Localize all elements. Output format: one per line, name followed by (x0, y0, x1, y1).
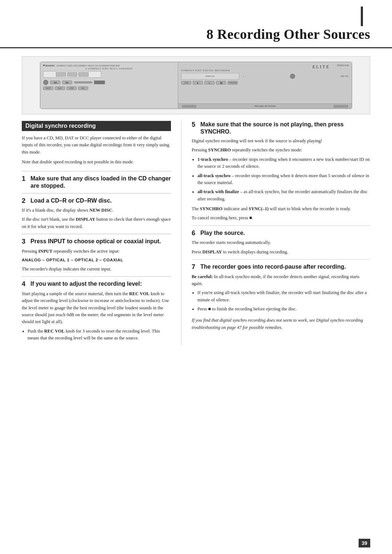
step-6-body: The recorder starts recording automatica… (192, 239, 370, 256)
step-1: 1 Make sure that any discs loaded in the… (22, 171, 171, 190)
step-4-header: 4 If you want to adjust the recording le… (22, 280, 171, 288)
note-text: Note that double speed recording is not … (22, 159, 171, 166)
step-4-body: Start playing a sample of the source mat… (22, 290, 171, 342)
page-title: 8 Recording Other Sources (22, 26, 370, 42)
step-3-code-note: The recorder's display indicates the cur… (22, 266, 171, 273)
device-left-panel: Pioneer COMPACT DISC RECORDER / MULTI-CD… (40, 62, 178, 109)
model-text: COMPACT DISC RECORDER / MULTI-CD CHANGER… (57, 65, 120, 67)
step-1-number: 1 (22, 175, 28, 183)
btn-d: REC (78, 86, 88, 90)
changer-display (43, 71, 101, 78)
step-1-title: Make sure that any discs loaded in the C… (30, 175, 171, 190)
step-7: 7 The recorder goes into record-pause af… (192, 263, 370, 331)
step-3-body: Pressing INPUT repeatedly switches the a… (22, 248, 171, 273)
step-6-header: 6 Play the source. (192, 229, 370, 237)
step-1-header: 1 Make sure that any discs loaded in the… (22, 175, 171, 190)
step-3-code: ANALOG – OPTICAL 1 – OPTICAL 2 – COAXIAL (22, 257, 171, 264)
hi-bit-text: Hi-bit Legato Link Conversion (254, 105, 275, 107)
step-5-number: 5 (192, 121, 198, 129)
right-column: 5 Make sure that the source is not playi… (181, 121, 370, 346)
open-close-btn: OPEN/CLOSE (337, 64, 349, 66)
main-content: Digital synchro recording If you have a … (0, 121, 392, 346)
step-7-number: 7 (192, 263, 198, 271)
step-4-title: If you want to adjust the recording leve… (30, 280, 142, 288)
play-btn: ▶ (193, 81, 203, 85)
step-7-header: 7 The recorder goes into record-pause af… (192, 263, 370, 271)
step-5-header: 5 Make sure that the source is not playi… (192, 121, 370, 135)
step-3-header: 3 Press INPUT to choose optical or coaxi… (22, 238, 171, 246)
step-3-number: 3 (22, 238, 28, 246)
btn-a: INPUT (43, 86, 53, 90)
step-7-title: The recorder goes into record-pause afte… (200, 263, 346, 270)
step-3-title: Press INPUT to choose optical or coaxial… (30, 238, 161, 245)
italic-note: If you find that digital synchro recordi… (192, 317, 370, 331)
step-6-number: 6 (192, 229, 198, 237)
step-5-title: Make sure that the source is not playing… (200, 121, 370, 135)
device-right-panel: ELITE OPEN/CLOSE COMPACT DISC DIGITAL RE… (178, 62, 352, 109)
brand-text: Pioneer (43, 64, 55, 67)
page-number: 39 (359, 539, 370, 547)
page-header: 8 Recording Other Sources (0, 0, 392, 48)
bottom-btn-r (334, 105, 348, 108)
changer-label: 3·COMPACT DISC MULTI CHANGER (43, 68, 175, 70)
transport-controls: ◀◀ ▶▶ (43, 80, 175, 85)
step-4-number: 4 (22, 280, 28, 288)
left-column: Digital synchro recording If you have a … (22, 121, 181, 346)
header-bar (361, 7, 363, 26)
step-5-body: Digital synchro recording will not work … (192, 138, 370, 222)
right-divider-1 (192, 225, 370, 226)
step-2-header: 2 Load a CD–R or CD–RW disc. (22, 197, 171, 205)
rec-vol-knob (290, 74, 295, 79)
intro-text-1: If you have a CD, MD, DAT or DCC player … (22, 135, 171, 156)
step-3: 3 Press INPUT to choose optical or coaxi… (22, 234, 171, 273)
step-2-title: Load a CD–R or CD–RW disc. (30, 197, 112, 204)
pause-btn: ▐▐ (216, 81, 226, 85)
step-4: 4 If you want to adjust the recording le… (22, 276, 171, 342)
bottom-btn-l (182, 105, 196, 108)
stop-btn: ■ (204, 81, 215, 85)
step-6-line1: The recorder starts recording automatica… (192, 239, 370, 246)
transport-btn-3: ▶▶ (62, 81, 72, 84)
step-2: 2 Load a CD–R or CD–RW disc. If it's a b… (22, 193, 171, 231)
section-heading: Digital synchro recording (22, 121, 171, 131)
transport-btn-2: ◀◀ (50, 81, 60, 84)
right-divider-2 (192, 259, 370, 260)
device-mock: Pioneer COMPACT DISC RECORDER / MULTI-CD… (40, 62, 352, 109)
step-6-title: Play the source. (200, 229, 245, 237)
step-2-number: 2 (22, 197, 28, 205)
step-2-body: If it's a blank disc, the display shows … (22, 207, 171, 230)
device-image: Pioneer COMPACT DISC RECORDER / MULTI-CD… (22, 56, 370, 114)
step-7-body: Be careful: In all-track synchro mode, i… (192, 273, 370, 331)
step-5: 5 Make sure that the source is not playi… (192, 121, 370, 222)
transport-btn-1 (43, 80, 48, 85)
bottom-buttons-left: INPUT PLAY STOP REC (43, 86, 175, 90)
btn-b: PLAY (55, 86, 65, 90)
elite-logo: ELITE (313, 64, 330, 70)
device-bottom-bar: Hi-bit Legato Link Conversion (178, 103, 352, 109)
btn-c: STOP (66, 86, 77, 90)
rec-btn: ● REC (181, 81, 191, 85)
synchro-btn: SYNCHRO (228, 81, 238, 85)
step-6: 6 Play the source. The recorder starts r… (192, 229, 370, 256)
